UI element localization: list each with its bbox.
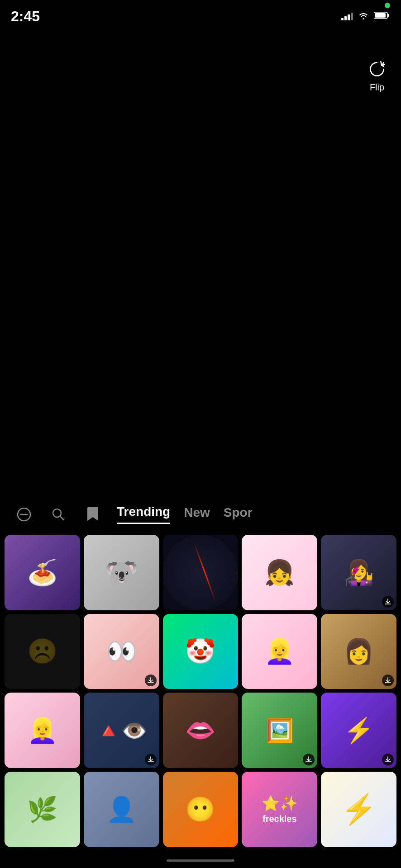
signal-bar-2	[344, 16, 347, 20]
filter-bolt-preview: ⚡	[321, 772, 396, 847]
filter-item-lightning-shield[interactable]: ⚡	[321, 693, 396, 768]
download-badge-12	[145, 754, 157, 765]
filter-silhouette-preview: 👤	[84, 772, 159, 847]
filter-item-nature[interactable]: 🌿	[5, 772, 80, 847]
search-filter-icon[interactable]	[48, 504, 69, 525]
filter-item-eyes[interactable]: 👀	[84, 614, 159, 689]
svg-line-6	[60, 516, 64, 520]
status-icons	[341, 11, 390, 22]
home-indicator	[0, 853, 401, 868]
download-badge-15	[382, 754, 394, 765]
flip-camera-icon	[367, 59, 387, 80]
filter-item-pink-girl[interactable]: 👱‍♀️	[5, 693, 80, 768]
signal-bar-3	[348, 14, 350, 20]
bottom-panel: Trending New Spor 🍝 🐨 👧	[0, 495, 401, 868]
signal-bar-1	[341, 18, 344, 20]
filter-item-anime-girl[interactable]: 👧	[242, 535, 317, 610]
flip-label: Flip	[370, 82, 384, 93]
cancel-filter-icon[interactable]	[14, 504, 34, 525]
freckles-label: freckles	[263, 814, 297, 824]
status-time: 2:45	[11, 8, 40, 25]
filter-blonde-preview: 👱‍♀️	[242, 614, 317, 689]
filter-item-triangle-eye[interactable]: 🔺👁️	[84, 693, 159, 768]
home-bar	[167, 859, 234, 862]
tab-bar: Trending New Spor	[0, 495, 401, 529]
svg-rect-2	[375, 13, 386, 18]
filter-anime-preview: 👧	[242, 535, 317, 610]
filter-item-woman[interactable]: 👩	[321, 614, 396, 689]
signal-icon	[341, 12, 353, 20]
status-bar: 2:45	[0, 0, 401, 27]
flip-button[interactable]: Flip	[367, 59, 387, 93]
filter-item-food[interactable]: 🍝	[5, 535, 80, 610]
bookmark-filter-icon[interactable]	[82, 504, 103, 525]
filter-dark-face-preview: ☹️	[5, 614, 80, 689]
download-badge-7	[145, 675, 157, 686]
laser-line	[194, 544, 216, 601]
filter-item-dark-face[interactable]: ☹️	[5, 614, 80, 689]
filter-item-warm[interactable]: 😶	[163, 772, 239, 847]
filter-item-clown[interactable]: 🤡	[163, 614, 239, 689]
green-dot-indicator	[385, 3, 390, 8]
filter-nature-preview: 🌿	[5, 772, 80, 847]
filters-grid: 🍝 🐨 👧 👩‍🎤	[0, 529, 401, 853]
tab-sports[interactable]: Spor	[224, 505, 253, 524]
filter-item-silhouette[interactable]: 👤	[84, 772, 159, 847]
filter-item-lips[interactable]: 👄	[163, 693, 239, 768]
download-badge-5	[382, 596, 394, 608]
filter-item-bolt[interactable]: ⚡	[321, 772, 396, 847]
filter-item-image-dl[interactable]: 🖼️	[242, 693, 317, 768]
filter-warm-preview: 😶	[163, 772, 239, 847]
filter-lips-preview: 👄	[163, 693, 239, 768]
filter-item-freckles[interactable]: ⭐✨ freckles	[242, 772, 317, 847]
filter-freckles-preview: ⭐✨ freckles	[242, 772, 317, 847]
wifi-icon	[358, 11, 369, 22]
filter-item-koala[interactable]: 🐨	[84, 535, 159, 610]
filter-koala-preview: 🐨	[84, 535, 159, 610]
signal-bar-4	[351, 13, 353, 20]
battery-icon	[374, 11, 390, 21]
filter-clown-preview: 🤡	[163, 614, 239, 689]
svg-rect-1	[387, 14, 389, 17]
filter-item-blonde[interactable]: 👱‍♀️	[242, 614, 317, 689]
tab-new[interactable]: New	[184, 505, 210, 524]
tab-trending[interactable]: Trending	[117, 505, 170, 524]
filter-laser-preview	[163, 535, 239, 610]
filter-item-dark-anime[interactable]: 👩‍🎤	[321, 535, 396, 610]
filter-food-preview: 🍝	[5, 535, 80, 610]
filter-pink-girl-preview: 👱‍♀️	[5, 693, 80, 768]
filter-item-laser[interactable]	[163, 535, 239, 610]
camera-viewfinder	[0, 0, 401, 461]
